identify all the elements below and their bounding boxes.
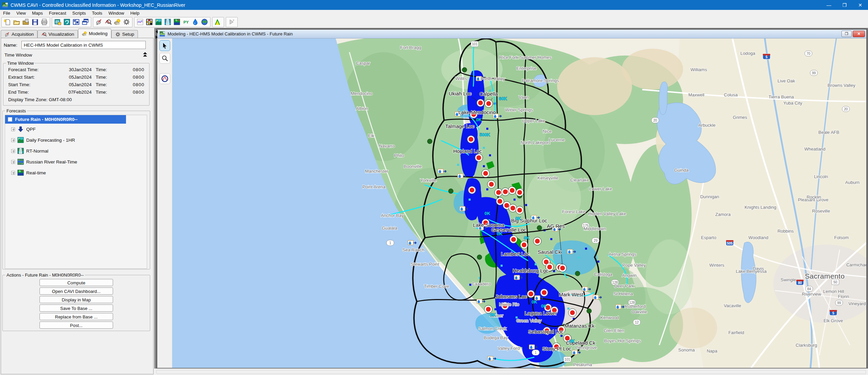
save-button[interactable] bbox=[30, 18, 40, 27]
forecast-tree-item[interactable]: Daily Forecasting - 1HR bbox=[5, 135, 147, 145]
tree-expander-icon[interactable] bbox=[11, 160, 15, 164]
close-button[interactable]: ✕ bbox=[852, 0, 868, 10]
globe-button[interactable] bbox=[200, 18, 209, 27]
gauge-marker[interactable] bbox=[475, 154, 483, 162]
forecast-tree-item[interactable]: QPF bbox=[5, 124, 147, 135]
open-cavi-dashboard-button[interactable]: Open CAVI Dashboard... bbox=[40, 287, 113, 295]
map-canvas[interactable]: 1011012020175291281281211555058099997050… bbox=[172, 38, 866, 368]
junction-dot[interactable] bbox=[575, 271, 580, 276]
gauge-marker[interactable] bbox=[467, 135, 475, 143]
gauge-marker[interactable] bbox=[487, 180, 495, 188]
gauge-marker[interactable] bbox=[540, 288, 548, 297]
visualization-chart-button[interactable] bbox=[104, 18, 113, 27]
compute-button[interactable]: Compute bbox=[40, 279, 113, 286]
image-button[interactable] bbox=[154, 18, 163, 27]
menu-help[interactable]: Help bbox=[127, 10, 143, 16]
tree-expander-icon[interactable] bbox=[11, 171, 15, 175]
time-window-header: Time Window bbox=[4, 52, 32, 58]
actions-group: Actions - Future Rain - M0H0N0R0R0-- Com… bbox=[2, 272, 150, 331]
run-play-button[interactable] bbox=[227, 18, 236, 27]
app-icon bbox=[2, 2, 8, 8]
weather-button[interactable] bbox=[113, 18, 122, 27]
forecast-name-field[interactable]: HEC-HMS Model Calibration in CWMS bbox=[21, 41, 146, 49]
map-restore-button[interactable]: ❐ bbox=[841, 31, 852, 37]
place-label: St Helena bbox=[613, 291, 633, 296]
map-close-button[interactable]: ✕ bbox=[853, 31, 865, 37]
junction-dot[interactable] bbox=[448, 189, 453, 193]
junction-dot[interactable] bbox=[587, 309, 591, 313]
tree-expander-icon[interactable] bbox=[11, 127, 15, 131]
gauge-marker[interactable] bbox=[520, 241, 528, 249]
forecast-calendar-button[interactable] bbox=[53, 18, 62, 27]
tree-expander-icon[interactable] bbox=[11, 149, 15, 153]
app-title-bar: CWMS CAVI - Controlled Unclassified Info… bbox=[0, 0, 868, 10]
pointer-tool[interactable] bbox=[159, 40, 170, 51]
menu-window[interactable]: Window bbox=[105, 10, 127, 16]
junction-dot[interactable] bbox=[427, 139, 432, 144]
place-label: Riverview bbox=[802, 292, 821, 297]
menu-scripts[interactable]: Scripts bbox=[69, 10, 89, 16]
gauge-marker[interactable] bbox=[485, 99, 493, 108]
plot-tool[interactable] bbox=[159, 73, 170, 84]
gauge-marker[interactable] bbox=[476, 99, 485, 107]
menu-maps[interactable]: Maps bbox=[29, 10, 46, 16]
gauge-marker[interactable] bbox=[508, 186, 516, 194]
new-file-button[interactable] bbox=[3, 18, 12, 27]
forecast-checkbox[interactable] bbox=[8, 117, 12, 122]
print-button[interactable] bbox=[40, 18, 49, 27]
collapse-section-icon[interactable] bbox=[142, 52, 148, 57]
gauge-marker[interactable] bbox=[533, 237, 541, 245]
forecast-tree-item[interactable]: Real-time bbox=[5, 167, 147, 178]
map-window-title-bar[interactable]: Modeling - HEC-HMS Model Calibration in … bbox=[157, 30, 866, 38]
open-folder-button[interactable] bbox=[12, 18, 21, 27]
panel-collapse-arrows[interactable] bbox=[155, 29, 158, 40]
road-shield: 99 bbox=[810, 70, 818, 76]
dam-button[interactable] bbox=[163, 18, 172, 27]
tree-expander-icon[interactable] bbox=[11, 138, 15, 142]
gauge-marker[interactable] bbox=[516, 206, 524, 214]
satellite-button[interactable] bbox=[94, 18, 104, 27]
replace-from-base-button[interactable]: Replace from Base ... bbox=[40, 313, 113, 320]
refresh-button[interactable] bbox=[62, 18, 72, 27]
color-grid-button[interactable] bbox=[145, 18, 154, 27]
place-label: Nice bbox=[543, 129, 552, 134]
tab-acquisition[interactable]: Acquisition bbox=[1, 30, 37, 38]
minimize-button[interactable]: — bbox=[821, 0, 837, 10]
menu-tools[interactable]: Tools bbox=[89, 10, 105, 16]
forecast-tree-item[interactable]: RT-Normal bbox=[5, 145, 147, 156]
menu-view[interactable]: View bbox=[13, 10, 29, 16]
gauge-marker[interactable] bbox=[558, 264, 567, 272]
line-plot-button[interactable] bbox=[136, 18, 145, 27]
tab-setup[interactable]: Setup bbox=[111, 30, 138, 38]
place-label: Esparto bbox=[701, 235, 716, 240]
gauge-marker[interactable] bbox=[568, 309, 577, 317]
gauge-marker[interactable] bbox=[527, 290, 535, 298]
menu-forecast[interactable]: Forecast bbox=[46, 10, 69, 16]
python-button[interactable]: PY bbox=[182, 18, 191, 27]
display-in-map-button[interactable]: Display in Map bbox=[40, 296, 113, 303]
hydrograph-button[interactable] bbox=[214, 18, 223, 27]
forecast-tree-item[interactable]: Russian River Real-Time bbox=[5, 156, 147, 167]
cascade-windows-button[interactable] bbox=[81, 18, 90, 27]
gauge-marker[interactable] bbox=[468, 186, 476, 194]
menu-file[interactable]: File bbox=[0, 10, 13, 16]
model-location-label: Ukiah Loc bbox=[449, 91, 472, 96]
post-button[interactable]: Post... bbox=[40, 322, 113, 329]
junction-dot[interactable] bbox=[462, 67, 467, 72]
restore-button[interactable]: ❐ bbox=[837, 0, 852, 10]
junction-dot[interactable] bbox=[537, 225, 542, 230]
gauge-marker[interactable] bbox=[509, 235, 518, 244]
forecast-tree-selected-item[interactable]: Future Rain - M0H0N0R0R0-- bbox=[5, 115, 126, 124]
gear-button[interactable] bbox=[122, 18, 131, 27]
map-layers-button[interactable] bbox=[172, 18, 182, 27]
save-as-button[interactable] bbox=[21, 18, 30, 27]
gauge-marker[interactable] bbox=[516, 188, 524, 197]
tab-visualization[interactable]: Visualization bbox=[37, 30, 78, 38]
zoom-tool[interactable] bbox=[159, 53, 170, 64]
save-to-base-button[interactable]: Save To Base ... bbox=[40, 304, 113, 312]
layout-panels-button[interactable] bbox=[72, 18, 81, 27]
tab-modeling[interactable]: Modeling bbox=[78, 29, 111, 38]
junction-dot[interactable] bbox=[477, 255, 482, 260]
gauge-marker[interactable] bbox=[482, 169, 490, 177]
water-drop-button[interactable] bbox=[191, 18, 200, 27]
